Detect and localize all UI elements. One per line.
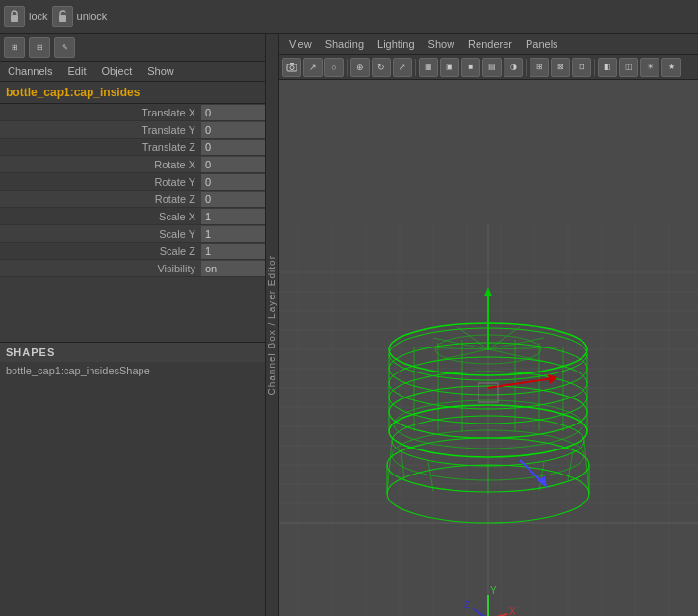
lasso-tool-btn[interactable]: ○ xyxy=(324,58,344,77)
svg-text:Y: Y xyxy=(490,585,497,596)
channel-row: Rotate Z xyxy=(0,191,278,208)
channel-row: Scale X xyxy=(0,208,278,225)
channel-label: Translate X xyxy=(0,107,201,118)
channel-row: Scale Y xyxy=(0,225,278,243)
toolbar-sep-3 xyxy=(526,59,527,76)
top-toolbar: lock unlock xyxy=(0,0,698,34)
ambient-btn[interactable]: ★ xyxy=(661,58,681,77)
rotate-tool-btn[interactable]: ↻ xyxy=(372,58,391,77)
channel-label: Translate Y xyxy=(0,124,201,136)
xray-btn[interactable]: ◫ xyxy=(619,58,638,77)
lighting-menu[interactable]: Lighting xyxy=(372,37,421,52)
svg-text:Z: Z xyxy=(464,600,470,610)
channel-label: Rotate Y xyxy=(0,176,201,188)
channel-label: Scale Y xyxy=(0,228,201,240)
channel-row: Translate Y xyxy=(0,121,278,139)
unlock-label: unlock xyxy=(77,11,108,22)
channel-label: Scale X xyxy=(0,211,201,222)
svg-text:X: X xyxy=(509,606,516,616)
channel-box-vertical-label: Channel Box / Layer Editor xyxy=(265,34,278,616)
channel-box-icon[interactable]: ⊞ xyxy=(4,37,25,58)
renderer-menu[interactable]: Renderer xyxy=(462,37,518,52)
viewport-3d[interactable]: X Y Z xyxy=(279,80,698,616)
shapes-section: SHAPES bottle_cap1:cap_insidesShape xyxy=(0,342,278,379)
shapes-item[interactable]: bottle_cap1:cap_insidesShape xyxy=(0,362,278,379)
object-menu[interactable]: Object xyxy=(97,64,136,79)
toolbar-sep-4 xyxy=(594,59,595,76)
object-name: bottle_cap1:cap_insides xyxy=(0,82,278,104)
scale-tool-btn[interactable]: ⤢ xyxy=(393,58,412,77)
channel-label: Scale Z xyxy=(0,245,201,257)
wireframe-btn[interactable]: ▦ xyxy=(419,58,438,77)
tool-settings-icon[interactable]: ✎ xyxy=(54,37,75,58)
channels-menu[interactable]: Channels xyxy=(4,64,56,79)
shading-menu[interactable]: Shading xyxy=(320,37,370,52)
channel-table: Translate XTranslate YTranslate ZRotate … xyxy=(0,104,278,342)
channel-label: Rotate X xyxy=(0,159,201,170)
move-tool-btn[interactable]: ⊕ xyxy=(350,58,370,77)
lock-label: lock xyxy=(29,11,48,22)
right-panel: View Shading Lighting Show Renderer Pane… xyxy=(279,34,698,616)
view-menu[interactable]: View xyxy=(283,37,318,52)
channel-row: Rotate X xyxy=(0,156,278,173)
panels-menu[interactable]: Panels xyxy=(520,37,564,52)
svg-point-3 xyxy=(290,65,294,69)
lighting-btn[interactable]: ◑ xyxy=(504,58,523,77)
smooth-btn[interactable]: ▣ xyxy=(440,58,459,77)
grid-canvas: X Y Z xyxy=(279,80,698,616)
viewport-toolbar: ↗ ○ ⊕ ↻ ⤢ ▦ ▣ ■ ▤ ◑ ⊞ ⊠ ⊡ ◧ ◫ ☀ ★ xyxy=(279,55,698,80)
edit-menu[interactable]: Edit xyxy=(64,64,90,79)
attribute-editor-icon[interactable]: ⊟ xyxy=(29,37,50,58)
shaded-btn[interactable]: ■ xyxy=(461,58,480,77)
grid-btn[interactable]: ⊞ xyxy=(530,58,549,77)
lock-button[interactable] xyxy=(4,6,25,27)
show-menu[interactable]: Show xyxy=(143,64,178,79)
channel-row: Rotate Y xyxy=(0,173,278,191)
svg-rect-1 xyxy=(59,15,66,22)
svg-rect-0 xyxy=(11,15,18,22)
toolbar-sep-1 xyxy=(347,59,348,76)
isolate-btn[interactable]: ◧ xyxy=(598,58,617,77)
camera-tool-btn[interactable] xyxy=(282,58,301,77)
channel-label: Rotate Z xyxy=(0,193,201,205)
main-layout: ⊞ ⊟ ✎ Channels Edit Object Show bottle_c… xyxy=(0,34,698,616)
channel-menus: Channels Edit Object Show xyxy=(4,64,178,79)
toolbar-sep-2 xyxy=(415,59,416,76)
svg-rect-4 xyxy=(290,63,294,65)
snap-btn[interactable]: ⊠ xyxy=(551,58,570,77)
shapes-title: SHAPES xyxy=(0,343,278,362)
shadow-btn[interactable]: ☀ xyxy=(640,58,659,77)
textured-btn[interactable]: ▤ xyxy=(482,58,502,77)
channel-row: Visibility xyxy=(0,260,278,277)
channel-box-header: Channels Edit Object Show xyxy=(0,62,278,82)
resolution-btn[interactable]: ⊡ xyxy=(572,58,591,77)
left-panel: ⊞ ⊟ ✎ Channels Edit Object Show bottle_c… xyxy=(0,34,279,616)
channel-row: Translate X xyxy=(0,104,278,121)
channel-label: Translate Z xyxy=(0,141,201,153)
channel-row: Translate Z xyxy=(0,139,278,156)
show-menu[interactable]: Show xyxy=(423,37,461,52)
channel-label: Visibility xyxy=(0,263,201,274)
select-tool-btn[interactable]: ↗ xyxy=(303,58,323,77)
unlock-button[interactable] xyxy=(52,6,73,27)
channel-row: Scale Z xyxy=(0,243,278,260)
viewport-menubar: View Shading Lighting Show Renderer Pane… xyxy=(279,34,698,55)
